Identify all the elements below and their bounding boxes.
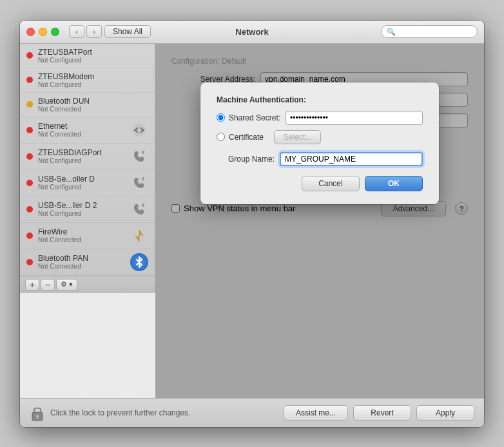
certificate-row: Certificate Select... [217, 130, 423, 144]
sidebar-item-ethernet[interactable]: Ethernet Not Connected [20, 117, 155, 144]
item-text: USB-Se...ller D 2 Not Configured [38, 201, 130, 217]
status-dot-red [26, 52, 33, 59]
network-window: ‹ › Show All Network 🔍 ZTEUSBATPort Not … [20, 21, 484, 427]
bottom-lock-text: Click the lock to prevent further change… [50, 408, 284, 417]
sidebar-item-bluetooth-dun[interactable]: Bluetooth DUN Not Connected [20, 93, 155, 117]
titlebar: ‹ › Show All Network 🔍 [20, 21, 484, 44]
item-name: FireWire [38, 227, 130, 236]
modal-buttons: Cancel OK [217, 176, 423, 191]
item-name: Bluetooth PAN [38, 254, 130, 263]
lock-icon[interactable] [30, 404, 45, 422]
authentication-modal: Machine Authentication: Shared Secret: C… [200, 82, 439, 204]
close-button[interactable] [26, 28, 35, 36]
bottom-bar: Click the lock to prevent further change… [20, 398, 484, 427]
group-name-input[interactable] [280, 152, 423, 166]
ethernet-icon [130, 121, 148, 139]
status-dot-red [26, 180, 33, 186]
item-status: Not Configured [38, 210, 130, 217]
status-dot-red [26, 206, 33, 213]
group-name-row: Group Name: [217, 152, 423, 166]
phone-icon-3 [130, 200, 148, 218]
item-text: FireWire Not Connected [38, 227, 130, 243]
item-text: USB-Se...oller D Not Configured [38, 175, 130, 191]
item-status: Not Configured [38, 184, 130, 191]
modal-overlay: Machine Authentication: Shared Secret: C… [155, 44, 484, 398]
svg-point-4 [36, 415, 39, 417]
item-status: Not Connected [38, 131, 130, 138]
item-text: ZTEUSBModem Not Configured [38, 72, 148, 88]
add-connection-button[interactable]: + [25, 279, 39, 290]
item-name: ZTEUSBDIAGPort [38, 148, 130, 157]
group-name-label: Group Name: [217, 155, 275, 164]
sidebar-item-zteusbbatport[interactable]: ZTEUSBATPort Not Configured [20, 44, 155, 68]
phone-icon [130, 147, 148, 166]
shared-secret-row: Shared Secret: [217, 111, 423, 125]
forward-button[interactable]: › [86, 25, 102, 38]
phone-icon-2 [130, 174, 148, 192]
revert-button[interactable]: Revert [353, 405, 411, 421]
cancel-button[interactable]: Cancel [302, 176, 360, 191]
bluetooth-icon [130, 253, 148, 271]
assist-me-button[interactable]: Assist me... [284, 405, 348, 421]
shared-secret-radio[interactable] [217, 113, 225, 122]
item-status: Not Connected [38, 236, 130, 243]
sidebar: ZTEUSBATPort Not Configured ZTEUSBModem … [20, 44, 155, 276]
sidebar-item-zteusbdiagport[interactable]: ZTEUSBDIAGPort Not Configured [20, 144, 155, 170]
item-text: Ethernet Not Connected [38, 122, 130, 138]
item-name: USB-Se...oller D [38, 175, 130, 184]
search-icon: 🔍 [387, 28, 396, 36]
item-text: Bluetooth DUN Not Connected [38, 97, 148, 113]
shared-secret-label: Shared Secret: [229, 113, 280, 122]
select-certificate-button[interactable]: Select... [274, 130, 321, 144]
item-name: Ethernet [38, 122, 130, 131]
search-bar[interactable]: 🔍 [381, 25, 478, 38]
ok-button[interactable]: OK [365, 176, 423, 191]
item-status: Not Connected [38, 106, 148, 113]
svg-point-2 [142, 129, 144, 131]
sidebar-item-firewire[interactable]: FireWire Not Connected [20, 223, 155, 249]
certificate-radio[interactable] [217, 133, 225, 141]
sidebar-item-bluetooth-pan[interactable]: Bluetooth PAN Not Connected [20, 249, 155, 276]
shared-secret-input[interactable] [286, 111, 423, 125]
sidebar-item-usb-scroller-d[interactable]: USB-Se...oller D Not Configured [20, 170, 155, 196]
firewire-icon [130, 227, 148, 245]
item-text: ZTEUSBATPort Not Configured [38, 48, 148, 64]
svg-point-1 [134, 129, 137, 131]
item-text: Bluetooth PAN Not Connected [38, 254, 130, 270]
item-name: Bluetooth DUN [38, 97, 148, 106]
item-name: ZTEUSBATPort [38, 48, 148, 57]
gear-dropdown-button[interactable]: ⚙ ▾ [56, 279, 77, 290]
item-text: ZTEUSBDIAGPort Not Configured [38, 148, 130, 164]
show-all-button[interactable]: Show All [104, 25, 151, 38]
sidebar-item-usb-scroller-d2[interactable]: USB-Se...ller D 2 Not Configured [20, 196, 155, 223]
main-content: ZTEUSBATPort Not Configured ZTEUSBModem … [20, 44, 484, 398]
window-title: Network [235, 27, 268, 37]
status-dot-red [26, 77, 33, 83]
status-dot-red [26, 259, 33, 265]
apply-button[interactable]: Apply [416, 405, 474, 421]
status-dot-red [26, 153, 33, 160]
item-name: ZTEUSBModem [38, 72, 148, 81]
maximize-button[interactable] [51, 28, 59, 36]
item-status: Not Configured [38, 57, 148, 64]
modal-section-title: Machine Authentication: [217, 95, 423, 104]
status-dot-yellow [26, 101, 33, 108]
item-name: USB-Se...ller D 2 [38, 201, 130, 210]
back-button[interactable]: ‹ [69, 25, 84, 38]
sidebar-item-zteusbmodem[interactable]: ZTEUSBModem Not Configured [20, 68, 155, 93]
nav-buttons: ‹ › [69, 25, 102, 38]
status-dot-red [26, 233, 33, 239]
certificate-label: Certificate [229, 133, 264, 142]
bottom-buttons: Assist me... Revert Apply [284, 405, 474, 421]
sidebar-container: ZTEUSBATPort Not Configured ZTEUSBModem … [20, 44, 155, 398]
item-status: Not Configured [38, 157, 130, 164]
right-panel: Configuration: Default Server Address: A… [155, 44, 484, 398]
status-dot-red [26, 127, 33, 133]
minimize-button[interactable] [39, 28, 47, 36]
sidebar-bottom: + − ⚙ ▾ [20, 276, 155, 293]
remove-connection-button[interactable]: − [41, 279, 55, 290]
item-status: Not Connected [38, 263, 130, 270]
traffic-lights [26, 28, 59, 36]
item-status: Not Configured [38, 81, 148, 88]
